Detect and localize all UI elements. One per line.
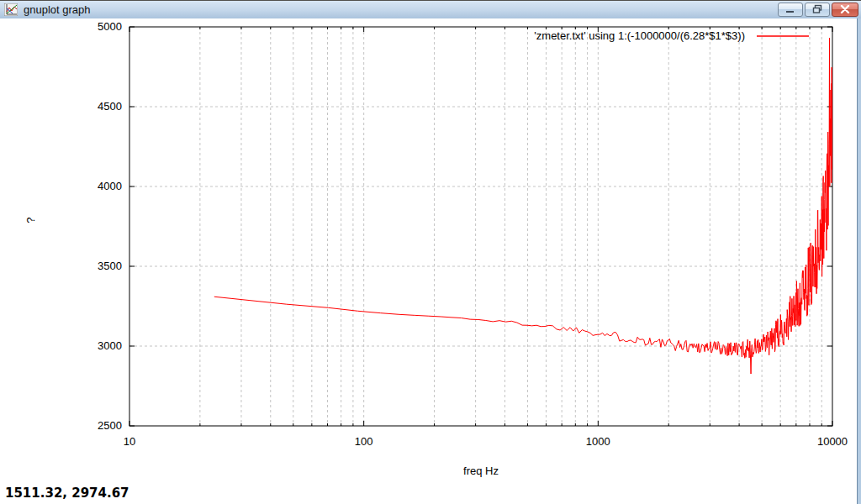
close-button[interactable] (832, 3, 858, 17)
y-axis-label: ? (24, 217, 37, 223)
plot-border (129, 27, 832, 426)
restore-icon (812, 3, 822, 16)
y-tick-label: 5000 (98, 20, 122, 33)
y-tick-label: 3500 (98, 260, 122, 272)
y-tick-label: 2500 (98, 419, 122, 432)
x-tick-label: 1000 (586, 435, 610, 448)
restore-button[interactable] (805, 3, 830, 17)
series-zmeter (214, 38, 832, 374)
window-title: gnuplot graph (24, 1, 91, 18)
close-icon (840, 3, 850, 16)
x-tick-label: 10 (124, 435, 135, 448)
y-tick-label: 4500 (98, 100, 122, 113)
y-tick-label: 3000 (98, 339, 122, 352)
plot-grid (129, 27, 832, 426)
legend: 'zmeter.txt' using 1:(-1000000/(6.28*$1*… (534, 29, 809, 42)
mouse-coordinates: 1511.32, 2974.67 (5, 486, 129, 501)
minimize-icon (785, 3, 795, 16)
gnuplot-icon (4, 3, 18, 16)
x-tick-label: 10000 (817, 435, 848, 448)
minimize-button[interactable] (778, 3, 803, 17)
legend-label: 'zmeter.txt' using 1:(-1000000/(6.28*$1*… (534, 29, 745, 42)
titlebar-buttons (778, 3, 858, 17)
chart-area[interactable]: 10100100010000250030003500400045005000fr… (0, 18, 861, 504)
gnuplot-window: gnuplot graph (0, 0, 861, 504)
x-tick-label: 100 (355, 435, 373, 448)
gnuplot-chart[interactable]: 10100100010000250030003500400045005000fr… (0, 18, 861, 504)
y-tick-label: 4000 (98, 180, 122, 192)
title-bar[interactable]: gnuplot graph (0, 0, 861, 18)
axis-ticks (129, 27, 832, 426)
x-axis-label: freq Hz (463, 465, 499, 477)
window-border (857, 18, 861, 504)
